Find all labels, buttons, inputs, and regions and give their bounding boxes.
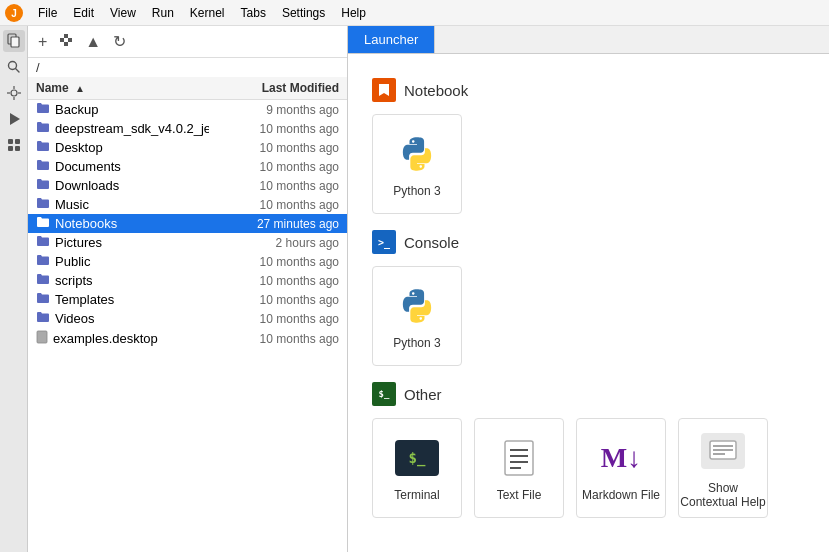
file-row[interactable]: scripts10 months ago <box>28 271 347 290</box>
markdown-card[interactable]: M↓ Markdown File <box>576 418 666 518</box>
folder-icon <box>36 102 50 117</box>
file-name: Documents <box>55 159 121 174</box>
file-browser: + ▲ ↻ / Name ▲ Last Modified Backup9 mon… <box>28 26 348 552</box>
svg-rect-17 <box>64 34 68 38</box>
file-date: 27 minutes ago <box>209 217 339 231</box>
file-name: Videos <box>55 311 95 326</box>
file-name: deepstream_sdk_v4.0.2_jets... <box>55 121 209 136</box>
file-name: Pictures <box>55 235 102 250</box>
svg-rect-16 <box>60 38 64 42</box>
file-name: Backup <box>55 102 98 117</box>
activity-extensions[interactable] <box>3 134 25 156</box>
file-row[interactable]: deepstream_sdk_v4.0.2_jets...10 months a… <box>28 119 347 138</box>
menu-kernel[interactable]: Kernel <box>182 4 233 22</box>
file-row[interactable]: Notebooks27 minutes ago <box>28 214 347 233</box>
menu-run[interactable]: Run <box>144 4 182 22</box>
file-row[interactable]: Public10 months ago <box>28 252 347 271</box>
file-date: 10 months ago <box>209 312 339 326</box>
upload-button[interactable]: ▲ <box>81 31 105 53</box>
contextual-help-label: Show Contextual Help <box>679 481 767 510</box>
other-cards: $_ Terminal <box>372 418 805 518</box>
tab-bar: Launcher <box>348 26 829 54</box>
tab-launcher[interactable]: Launcher <box>348 26 435 53</box>
file-name: Music <box>55 197 89 212</box>
file-name: Public <box>55 254 90 269</box>
file-name: Desktop <box>55 140 103 155</box>
svg-rect-3 <box>11 37 19 47</box>
svg-rect-22 <box>505 441 533 475</box>
folder-icon <box>36 140 50 155</box>
file-date: 10 months ago <box>209 255 339 269</box>
other-section-icon: $_ <box>372 382 396 406</box>
svg-rect-13 <box>15 139 20 144</box>
svg-rect-14 <box>8 146 13 151</box>
col-date-header: Last Modified <box>209 81 339 95</box>
folder-icon <box>36 121 50 136</box>
terminal-label: Terminal <box>394 488 439 502</box>
folder-icon <box>36 235 50 250</box>
file-icon <box>36 330 48 347</box>
file-row[interactable]: Documents10 months ago <box>28 157 347 176</box>
menu-view[interactable]: View <box>102 4 144 22</box>
file-row[interactable]: examples.desktop10 months ago <box>28 328 347 349</box>
activity-run[interactable] <box>3 108 25 130</box>
file-date: 9 months ago <box>209 103 339 117</box>
new-folder-button[interactable]: + <box>34 31 51 53</box>
menu-help[interactable]: Help <box>333 4 374 22</box>
folder-icon <box>36 178 50 193</box>
menu-tabs[interactable]: Tabs <box>233 4 274 22</box>
file-row[interactable]: Pictures2 hours ago <box>28 233 347 252</box>
notebook-python3-card[interactable]: Python 3 <box>372 114 462 214</box>
notebook-cards: Python 3 <box>372 114 805 214</box>
activity-search[interactable] <box>3 56 25 78</box>
file-row[interactable]: Videos10 months ago <box>28 309 347 328</box>
contextual-help-card[interactable]: Show Contextual Help <box>678 418 768 518</box>
file-name: scripts <box>55 273 93 288</box>
svg-rect-15 <box>15 146 20 151</box>
new-launcher-button[interactable] <box>55 31 77 53</box>
menu-settings[interactable]: Settings <box>274 4 333 22</box>
file-row[interactable]: Templates10 months ago <box>28 290 347 309</box>
menu-file[interactable]: File <box>30 4 65 22</box>
breadcrumb: / <box>28 58 347 77</box>
textfile-card[interactable]: Text File <box>474 418 564 518</box>
file-row[interactable]: Backup9 months ago <box>28 100 347 119</box>
file-row[interactable]: Desktop10 months ago <box>28 138 347 157</box>
svg-line-5 <box>15 69 19 73</box>
activity-files[interactable] <box>3 30 25 52</box>
svg-marker-21 <box>379 84 389 96</box>
file-date: 10 months ago <box>209 293 339 307</box>
file-name: examples.desktop <box>53 331 158 346</box>
svg-marker-11 <box>10 113 20 125</box>
other-section-label: Other <box>404 386 442 403</box>
folder-icon <box>36 159 50 174</box>
file-date: 2 hours ago <box>209 236 339 250</box>
markdown-icon: M↓ <box>597 434 645 482</box>
svg-text:J: J <box>11 8 17 19</box>
textfile-icon <box>495 434 543 482</box>
menu-edit[interactable]: Edit <box>65 4 102 22</box>
activity-tools[interactable] <box>3 82 25 104</box>
file-row[interactable]: Downloads10 months ago <box>28 176 347 195</box>
content-area: Launcher Notebook <box>348 26 829 552</box>
file-date: 10 months ago <box>209 198 339 212</box>
terminal-card[interactable]: $_ Terminal <box>372 418 462 518</box>
markdown-label: Markdown File <box>582 488 660 502</box>
section-notebook-header: Notebook <box>372 78 805 102</box>
file-date: 10 months ago <box>209 179 339 193</box>
launcher: Notebook Python 3 >_ C <box>348 54 829 552</box>
sidebar-toolbar: + ▲ ↻ <box>28 26 347 58</box>
console-python3-card[interactable]: Python 3 <box>372 266 462 366</box>
section-other-header: $_ Other <box>372 382 805 406</box>
file-date: 10 months ago <box>209 122 339 136</box>
notebook-section-icon <box>372 78 396 102</box>
file-row[interactable]: Music10 months ago <box>28 195 347 214</box>
file-table-header: Name ▲ Last Modified <box>28 77 347 100</box>
refresh-button[interactable]: ↻ <box>109 30 130 53</box>
folder-icon <box>36 197 50 212</box>
menubar: J File Edit View Run Kernel Tabs Setting… <box>0 0 829 26</box>
file-name: Downloads <box>55 178 119 193</box>
col-name-header[interactable]: Name ▲ <box>36 81 209 95</box>
python3-console-icon <box>393 282 441 330</box>
console-section-icon: >_ <box>372 230 396 254</box>
